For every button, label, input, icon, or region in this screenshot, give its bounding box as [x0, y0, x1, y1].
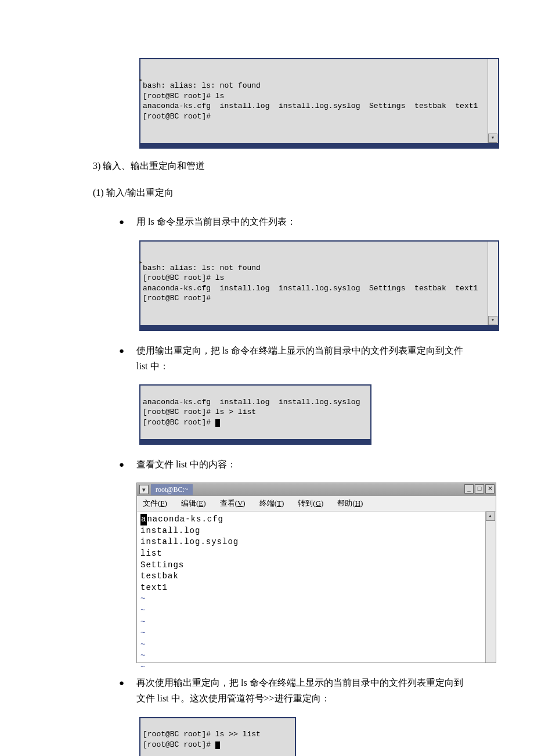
editor-line-6: text1	[140, 583, 168, 592]
term3-line2: [root@BC root]# ls > list	[143, 408, 256, 416]
close-button[interactable]: ✕	[485, 484, 495, 494]
editor-line-1: install.log	[140, 526, 200, 535]
editor-line-2: install.log.syslog	[140, 537, 239, 546]
term3-line3: [root@BC root]#	[143, 418, 215, 427]
menu-view[interactable]: 查看(V)	[220, 498, 246, 509]
terminal-cursor	[215, 419, 220, 427]
editor-scrollbar[interactable]: ▴	[485, 512, 496, 663]
term1-line3: [root@BC root]#	[143, 112, 211, 121]
editor-titlebar: ▾ root@BC:~ _ □ ✕	[137, 483, 496, 496]
editor-line-0-rest: naconda-ks.cfg	[147, 514, 223, 524]
editor-line-5: testbak	[140, 571, 179, 581]
editor-line-4: Settings	[140, 560, 184, 570]
bullet-item-3: 查看文件 list 中的内容：	[119, 456, 467, 472]
vi-tilde: ~	[140, 628, 146, 638]
terminal-scrollbar[interactable]: ▾	[488, 242, 498, 325]
term2-line2: anaconda-ks.cfg install.log install.log.…	[143, 284, 478, 293]
scroll-up-icon[interactable]: ▴	[486, 512, 495, 521]
editor-menubar: 文件(F) 编辑(E) 查看(V) 终端(T) 转到(G) 帮助(H)	[137, 496, 496, 512]
term2-line3: [root@BC root]#	[143, 294, 211, 303]
menu-go[interactable]: 转到(G)	[298, 498, 323, 509]
scroll-down-icon[interactable]: ▾	[488, 134, 497, 143]
maximize-button[interactable]: □	[475, 484, 484, 494]
term2-line1: [root@BC root]# ls	[143, 273, 224, 282]
terminal-screenshot-3: anaconda-ks.cfg install.log install.log.…	[139, 384, 371, 445]
window-title: root@BC:~	[151, 484, 193, 495]
section-heading-3: 3) 输入、输出重定向和管道	[93, 160, 499, 172]
left-arrow-mark: ▸	[139, 258, 145, 267]
vi-tilde: ~	[140, 606, 146, 615]
term1-line1: [root@BC root]# ls	[143, 92, 224, 100]
scroll-down-icon[interactable]: ▾	[488, 316, 497, 325]
vi-tilde: ~	[140, 617, 146, 627]
vi-tilde: ~	[140, 651, 146, 660]
left-arrow-mark: ▸	[139, 75, 145, 85]
minimize-button[interactable]: _	[464, 484, 474, 494]
menu-edit[interactable]: 编辑(E)	[181, 498, 206, 509]
terminal-screenshot-2: ▸ bash: alias: ls: not found [root@BC ro…	[139, 240, 499, 331]
vi-tilde: ~	[140, 594, 146, 603]
term3-line1: anaconda-ks.cfg install.log install.log.…	[143, 398, 360, 406]
editor-window: ▾ root@BC:~ _ □ ✕ 文件(F) 编辑(E) 查看(V) 终端(T…	[136, 483, 496, 663]
term2-line0: bash: alias: ls: not found	[143, 264, 261, 272]
menu-file[interactable]: 文件(F)	[143, 498, 167, 509]
window-menu-icon[interactable]: ▾	[139, 485, 149, 494]
term1-line2: anaconda-ks.cfg install.log install.log.…	[143, 102, 478, 110]
editor-body: anaconda-ks.cfg install.log install.log.…	[137, 512, 496, 663]
bullet-item-2: 使用输出重定向，把 ls 命令在终端上显示的当前目录中的文件列表重定向到文件 l…	[119, 343, 467, 374]
terminal-scrollbar[interactable]: ▾	[488, 59, 498, 143]
editor-cursor: a	[140, 514, 147, 525]
subsection-heading-1: (1) 输入/输出重定向	[93, 187, 499, 199]
vi-tilde: ~	[140, 663, 146, 672]
editor-line-3: list	[140, 549, 163, 558]
menu-help[interactable]: 帮助(H)	[337, 498, 363, 509]
menu-terminal[interactable]: 终端(T)	[259, 498, 284, 509]
terminal-screenshot-4: [root@BC root]# ls >> list [root@BC root…	[139, 717, 296, 756]
bullet-item-4: 再次使用输出重定向，把 ls 命令在终端上显示的当前目录中的文件列表重定向到文件…	[119, 675, 467, 706]
term4-line2: [root@BC root]#	[143, 740, 215, 749]
vi-tilde: ~	[140, 640, 146, 649]
term4-line1: [root@BC root]# ls >> list	[143, 730, 261, 739]
term1-line0: bash: alias: ls: not found	[143, 81, 261, 90]
terminal-cursor	[215, 741, 220, 749]
bullet-item-1: 用 ls 命令显示当前目录中的文件列表：	[119, 214, 467, 229]
terminal-screenshot-1: ▸ bash: alias: ls: not found [root@BC ro…	[139, 58, 499, 149]
